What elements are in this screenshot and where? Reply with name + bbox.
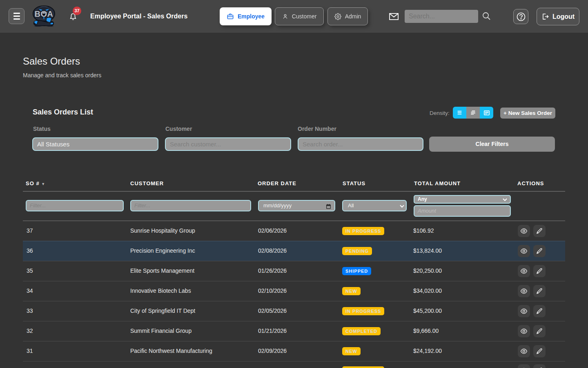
svg-text:BOA: BOA [35, 9, 53, 18]
